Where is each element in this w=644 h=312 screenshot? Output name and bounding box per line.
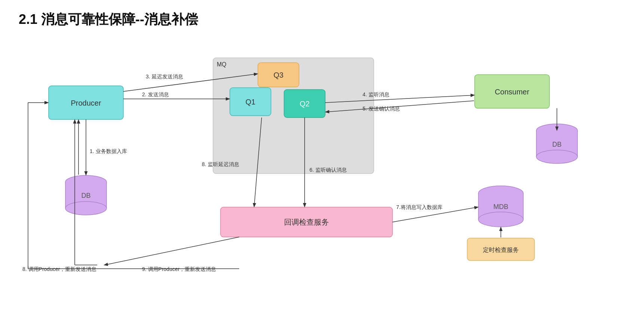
arrow1-label: 1. 业务数据入库: [90, 148, 127, 154]
consumer-label: Consumer: [495, 88, 530, 96]
q2-label: Q2: [300, 100, 310, 108]
svg-point-20: [478, 212, 523, 227]
arrow4-label: 4. 监听消息: [363, 91, 389, 97]
arrow9-label: 9. 调用Producer，重新发送消息: [142, 266, 216, 272]
mdb-label: MDB: [493, 203, 508, 210]
arrow8-top-label: 8. 监听延迟消息: [202, 161, 239, 167]
mq-label: MQ: [217, 61, 227, 68]
svg-point-15: [536, 150, 577, 163]
producer-label: Producer: [71, 99, 101, 107]
arrow8-bottom-label: 8. 调用Producer，重新发送消息: [22, 266, 96, 272]
diagram-svg: MQ Q3 Q1 Q2 Producer Consumer DB DB MDB …: [0, 0, 644, 312]
svg-line-33: [105, 237, 239, 265]
db-right-label: DB: [552, 141, 561, 148]
arrow5-label: 5. 发送确认消息: [363, 106, 400, 112]
callback-service-label: 回调检查服务: [284, 218, 329, 226]
arrow3-label: 3. 延迟发送消息: [146, 74, 183, 79]
db-left-label: DB: [81, 192, 90, 199]
scheduled-service-label: 定时检查服务: [483, 247, 519, 253]
q3-label: Q3: [274, 71, 284, 79]
svg-point-10: [65, 202, 107, 215]
q1-label: Q1: [246, 98, 256, 106]
arrow2-label: 2. 发送消息: [142, 91, 169, 97]
arrow7-label: 7.将消息写入数据库: [396, 204, 443, 210]
arrow6-label: 6. 监听确认消息: [309, 167, 347, 173]
